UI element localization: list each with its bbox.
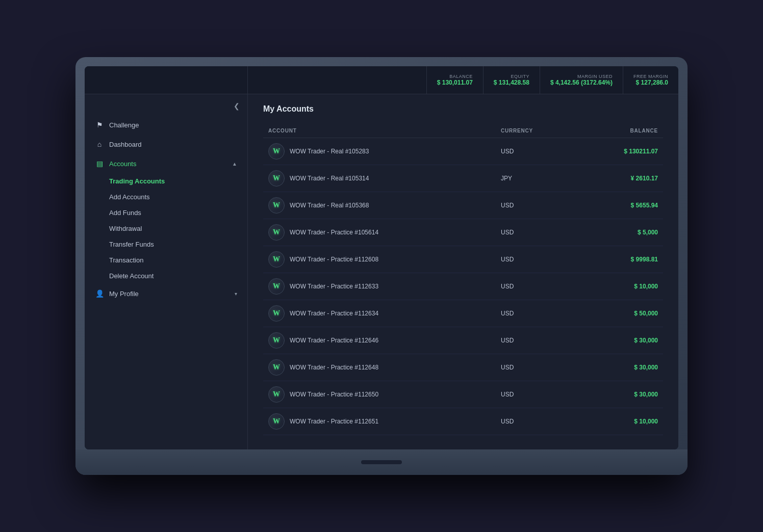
- balance-cell: ¥ 2610.17: [577, 165, 663, 192]
- balance-cell: $ 50,000: [577, 300, 663, 327]
- table-row[interactable]: W WOW Trader - Practice #112633 USD $ 10…: [263, 273, 663, 300]
- top-bar-left: [85, 66, 248, 94]
- sidebar-item-accounts[interactable]: ▤ Accounts ▲: [85, 154, 247, 173]
- account-name-cell: W WOW Trader - Practice #112633: [263, 273, 496, 300]
- avatar: W: [268, 413, 285, 430]
- avatar: W: [268, 386, 285, 403]
- table-row[interactable]: W WOW Trader - Practice #112608 USD $ 99…: [263, 246, 663, 273]
- main-content: My Accounts ACCOUNT CURRENCY BALANCE: [248, 94, 678, 449]
- stat-balance: BALANCE $ 130,011.07: [426, 66, 483, 94]
- sidebar-item-my-profile[interactable]: 👤 My Profile ▾: [85, 284, 247, 303]
- currency-cell: USD: [496, 192, 577, 219]
- avatar: W: [268, 251, 285, 268]
- account-name: WOW Trader - Practice #105614: [290, 229, 378, 236]
- balance-cell: $ 5,000: [577, 219, 663, 246]
- avatar: W: [268, 278, 285, 295]
- balance-cell: $ 30,000: [577, 381, 663, 408]
- stat-label: MARGIN USED: [577, 74, 613, 79]
- table-row[interactable]: W WOW Trader - Practice #112648 USD $ 30…: [263, 354, 663, 381]
- account-name-cell: W WOW Trader - Practice #105614: [263, 219, 496, 246]
- currency-cell: USD: [496, 354, 577, 381]
- stat-label: BALANCE: [449, 74, 473, 79]
- challenge-icon: ⚑: [95, 120, 104, 129]
- balance-cell: $ 10,000: [577, 408, 663, 435]
- currency-cell: USD: [496, 219, 577, 246]
- sidebar-item-accounts-label: Accounts: [109, 160, 136, 168]
- account-name-cell: W WOW Trader - Practice #112608: [263, 246, 496, 273]
- account-name-cell: W WOW Trader - Practice #112648: [263, 354, 496, 381]
- balance-cell: $ 10,000: [577, 273, 663, 300]
- stat-label: FREE MARGIN: [633, 74, 668, 79]
- sidebar-item-dashboard-label: Dashboard: [109, 141, 142, 148]
- submenu-add-funds[interactable]: Add Funds: [109, 205, 247, 221]
- submenu-add-accounts[interactable]: Add Accounts: [109, 189, 247, 205]
- stat-margin-used: MARGIN USED $ 4,142.56 (3172.64%): [540, 66, 623, 94]
- table-row[interactable]: W WOW Trader - Practice #112650 USD $ 30…: [263, 381, 663, 408]
- account-name-cell: W WOW Trader - Real #105314: [263, 165, 496, 192]
- submenu-withdrawal[interactable]: Withdrawal: [109, 221, 247, 236]
- currency-cell: USD: [496, 381, 577, 408]
- page-title: My Accounts: [263, 104, 663, 114]
- account-name: WOW Trader - Practice #112634: [290, 310, 378, 317]
- balance-cell: $ 30,000: [577, 327, 663, 354]
- avatar: W: [268, 197, 285, 214]
- account-name: WOW Trader - Practice #112608: [290, 256, 378, 263]
- account-name-cell: W WOW Trader - Real #105368: [263, 192, 496, 219]
- submenu-delete-account[interactable]: Delete Account: [109, 268, 247, 284]
- avatar: W: [268, 359, 285, 376]
- accounts-submenu: Trading Accounts Add Accounts Add Funds …: [85, 173, 247, 284]
- account-name-cell: W WOW Trader - Real #105283: [263, 138, 496, 165]
- table-row[interactable]: W WOW Trader - Practice #112651 USD $ 10…: [263, 408, 663, 435]
- profile-expand-arrow: ▾: [235, 291, 237, 297]
- accounts-table: ACCOUNT CURRENCY BALANCE W WOW Trader - …: [263, 124, 663, 435]
- stat-value: $ 4,142.56 (3172.64%): [550, 79, 613, 86]
- avatar: W: [268, 332, 285, 349]
- avatar: W: [268, 305, 285, 322]
- account-name: WOW Trader - Practice #112651: [290, 418, 378, 425]
- account-name: WOW Trader - Practice #112648: [290, 364, 378, 371]
- account-name: WOW Trader - Practice #112650: [290, 391, 378, 398]
- accounts-icon: ▤: [95, 159, 104, 168]
- account-name: WOW Trader - Real #105283: [290, 148, 369, 155]
- account-name-cell: W WOW Trader - Practice #112646: [263, 327, 496, 354]
- balance-cell: $ 30,000: [577, 354, 663, 381]
- table-row[interactable]: W WOW Trader - Practice #105614 USD $ 5,…: [263, 219, 663, 246]
- stat-value: $ 127,286.0: [636, 79, 668, 86]
- currency-cell: JPY: [496, 165, 577, 192]
- balance-cell: $ 130211.07: [577, 138, 663, 165]
- sidebar-item-dashboard[interactable]: ⌂ Dashboard: [85, 135, 247, 154]
- avatar: W: [268, 224, 285, 241]
- table-header-row: ACCOUNT CURRENCY BALANCE: [263, 124, 663, 138]
- col-currency: CURRENCY: [496, 124, 577, 138]
- currency-cell: USD: [496, 300, 577, 327]
- account-name: WOW Trader - Real #105368: [290, 202, 369, 209]
- account-name: WOW Trader - Practice #112633: [290, 283, 378, 290]
- submenu-transaction[interactable]: Transaction: [109, 252, 247, 268]
- profile-icon: 👤: [95, 289, 104, 298]
- dashboard-icon: ⌂: [95, 140, 104, 149]
- sidebar-item-challenge[interactable]: ⚑ Challenge: [85, 115, 247, 135]
- table-row[interactable]: W WOW Trader - Real #105314 JPY ¥ 2610.1…: [263, 165, 663, 192]
- avatar: W: [268, 143, 285, 159]
- table-row[interactable]: W WOW Trader - Real #105283 USD $ 130211…: [263, 138, 663, 165]
- table-row[interactable]: W WOW Trader - Practice #112634 USD $ 50…: [263, 300, 663, 327]
- currency-cell: USD: [496, 138, 577, 165]
- sidebar: ❮ ⚑ Challenge ⌂ Dashboard ▤: [85, 94, 248, 449]
- sidebar-item-challenge-label: Challenge: [109, 121, 139, 129]
- submenu-transfer-funds[interactable]: Transfer Funds: [109, 236, 247, 252]
- top-bar: BALANCE $ 130,011.07 EQUITY $ 131,428.58…: [85, 66, 678, 94]
- account-name-cell: W WOW Trader - Practice #112634: [263, 300, 496, 327]
- account-name-cell: W WOW Trader - Practice #112651: [263, 408, 496, 435]
- table-row[interactable]: W WOW Trader - Practice #112646 USD $ 30…: [263, 327, 663, 354]
- submenu-trading-accounts[interactable]: Trading Accounts: [109, 173, 247, 189]
- currency-cell: USD: [496, 246, 577, 273]
- stat-free-margin: FREE MARGIN $ 127,286.0: [623, 66, 678, 94]
- account-name: WOW Trader - Practice #112646: [290, 337, 378, 344]
- currency-cell: USD: [496, 273, 577, 300]
- balance-cell: $ 9998.81: [577, 246, 663, 273]
- account-name: WOW Trader - Real #105314: [290, 175, 369, 182]
- stat-value: $ 131,428.58: [494, 79, 529, 86]
- stat-label: EQUITY: [511, 74, 529, 79]
- table-row[interactable]: W WOW Trader - Real #105368 USD $ 5655.9…: [263, 192, 663, 219]
- collapse-button[interactable]: ❮: [234, 102, 240, 110]
